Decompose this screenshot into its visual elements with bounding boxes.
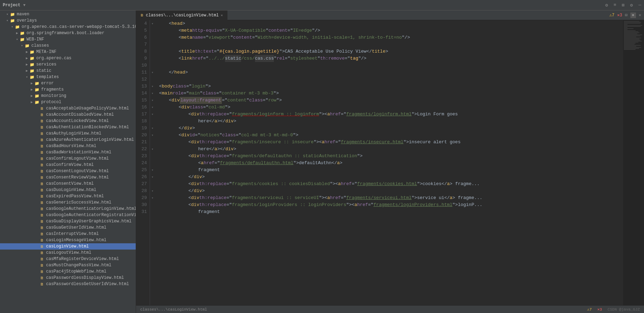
sidebar-item-maven[interactable]: ▾ 📁 maven <box>0 11 136 17</box>
sidebar-item-label: casConsentLogoutView.html <box>46 169 109 174</box>
status-bar: classes\...\casLoginView.html ⚠7 ✕3 CSDN… <box>136 305 644 313</box>
minimize-icon[interactable]: — <box>638 2 641 8</box>
sidebar-item-label: casGoogleAuthenticatorLoginView.html <box>46 206 136 211</box>
sidebar-item-casGoogleAuthenticatorRegistrationView[interactable]: 🗎 casGoogleAuthenticatorRegistrationView… <box>0 212 136 218</box>
sidebar-item-casGuaDisplayUserGraphicsView[interactable]: 🗎 casGuaDisplayUserGraphicsView.html <box>0 218 136 224</box>
sidebar-item-casConfirmView[interactable]: 🗎 casConfirmView.html <box>0 162 136 168</box>
sidebar-item-label: casLoginMessageView.html <box>46 238 106 243</box>
sidebar-item-casLoginMessageView[interactable]: 🗎 casLoginMessageView.html <box>0 237 136 243</box>
html-file-icon: 🗎 <box>39 131 45 136</box>
close-editor-icon[interactable]: ✕ <box>639 13 641 18</box>
arrow-icon: ▶ <box>29 94 34 98</box>
sidebar-item-label: casBadHoursView.html <box>46 144 96 148</box>
sidebar-item-label: casConsentView.html <box>46 181 94 186</box>
sidebar-item-casConsentReviewView[interactable]: 🗎 casConsentReviewView.html <box>0 174 136 181</box>
sidebar-item-label: error <box>41 81 54 86</box>
sidebar-item-label: casConsentReviewView.html <box>46 175 109 180</box>
watermark: CSDN @java_GJZ <box>608 307 640 312</box>
sidebar-item-fragments[interactable]: ▶ 📁 fragments <box>0 86 136 93</box>
minimap-toggle[interactable]: m <box>630 13 636 18</box>
tab-casLoginView[interactable]: 🗎 classes\...\casLoginView.html ✕ <box>136 10 227 20</box>
sidebar-item-casConsentLogoutView[interactable]: 🗎 casConsentLogoutView.html <box>0 168 136 174</box>
sidebar-item-org-apereo-webapp[interactable]: ▾ 📁 org.apereo.cas.cas-server-webapp-tom… <box>0 24 136 30</box>
code-line-11: </head> <box>159 69 623 76</box>
code-line-23: <div th:replace="fragments/defaultauthn … <box>159 153 623 160</box>
line-numbers: 4 5 6 7 8 9 10 11 12 13 14 15 16 17 18 1… <box>136 20 150 305</box>
sidebar-item-casPasswordlessGetUserIdView[interactable]: 🗎 casPasswordlessGetUserIdView.html <box>0 281 136 287</box>
sidebar-item-casBadHoursView[interactable]: 🗎 casBadHoursView.html <box>0 143 136 149</box>
settings-icon[interactable]: ⚙ <box>605 2 608 8</box>
sidebar-item-casPac4jStopWebflow[interactable]: 🗎 casPac4jStopWebflow.html <box>0 268 136 275</box>
html-file-icon: 🗎 <box>39 187 45 193</box>
sidebar-item-label: overlays <box>17 18 37 23</box>
sidebar-item-label: casGuaGetUserIdView.html <box>46 225 106 230</box>
sidebar-item-label: org.springframework.boot.loader <box>27 31 104 36</box>
sidebar-item-error[interactable]: ▶ 📁 error <box>0 80 136 86</box>
sidebar-item-classes[interactable]: ▾ 📁 classes <box>0 43 136 49</box>
sidebar-item-casAzureAuthenticatorLoginView[interactable]: 🗎 casAzureAuthenticatorLoginView.html <box>0 137 136 143</box>
folder-icon: 📁 <box>34 93 40 99</box>
project-dropdown-icon[interactable]: ▼ <box>23 3 25 7</box>
folder-icon: 📁 <box>24 43 30 48</box>
sidebar-item-casBadWorkstationView[interactable]: 🗎 casBadWorkstationView.html <box>0 149 136 155</box>
expand-button[interactable]: ⊟ <box>625 13 628 18</box>
sidebar-item-protocol[interactable]: ▶ 📁 protocol <box>0 99 136 105</box>
sidebar-item-label: templates <box>36 75 59 79</box>
sidebar-item-casPasswordlessDisplayView[interactable]: 🗎 casPasswordlessDisplayView.html <box>0 275 136 281</box>
sidebar-item-label: casLoginView.html <box>46 244 89 249</box>
sidebar-item-casLoginView[interactable]: 🗎 casLoginView.html <box>0 243 136 250</box>
sidebar-item-services[interactable]: ▶ 📁 services <box>0 61 136 68</box>
html-file-icon: 🗎 <box>39 275 45 281</box>
arrow-icon: ▾ <box>20 44 24 48</box>
sidebar-item-casInterruptView[interactable]: 🗎 casInterruptView.html <box>0 231 136 237</box>
sidebar-item-webinf[interactable]: ▾ 📁 WEB-INF <box>0 36 136 43</box>
editor-content[interactable]: 4 5 6 7 8 9 10 11 12 13 14 15 16 17 18 1… <box>136 20 644 305</box>
sidebar-item-casConfirmLogoutView[interactable]: 🗎 casConfirmLogoutView.html <box>0 155 136 162</box>
sidebar-item-label: casDuoLoginView.html <box>46 188 96 192</box>
sidebar-item-label: casAzureAuthenticatorLoginView.html <box>46 137 134 142</box>
code-line-13: <body class="login"> <box>159 83 623 90</box>
sidebar-item-org-apereo-cas[interactable]: ▶ 📁 org.apereo.cas <box>0 55 136 61</box>
code-line-24: <a href="fragments/defaultauthn.html">de… <box>159 160 623 167</box>
sidebar-item-casGoogleAuthenticatorLoginView[interactable]: 🗎 casGoogleAuthenticatorLoginView.html <box>0 206 136 212</box>
warning-status: ⚠7 <box>587 307 592 312</box>
sidebar-item-casMfaRegisterDeviceView[interactable]: 🗎 casMfaRegisterDeviceView.html <box>0 256 136 262</box>
sidebar-item-springframework[interactable]: ▶ 📁 org.springframework.boot.loader <box>0 30 136 36</box>
error-count: ✕3 <box>617 13 622 18</box>
code-line-27: <div th:replace="fragments/cookies :: co… <box>159 181 623 188</box>
sidebar-item-casAuthenticationBlockedView[interactable]: 🗎 casAuthenticationBlockedView.html <box>0 124 136 130</box>
sidebar-item-casLogoutView[interactable]: 🗎 casLogoutView.html <box>0 250 136 256</box>
sidebar-item-casConsentView[interactable]: 🗎 casConsentView.html <box>0 181 136 187</box>
sidebar-item-casDuoLoginView[interactable]: 🗎 casDuoLoginView.html <box>0 187 136 193</box>
sidebar-item-overlays[interactable]: ▾ 📁 overlays <box>0 17 136 24</box>
sidebar-item-casMustChangePassView[interactable]: 🗎 casMustChangePassView.html <box>0 262 136 268</box>
sidebar-item-label: casPasswordlessGetUserIdView.html <box>46 282 129 287</box>
expand-icon[interactable]: ⊞ <box>622 2 625 8</box>
sidebar-item-casAuthyLoginView[interactable]: 🗎 casAuthyLoginView.html <box>0 130 136 137</box>
project-label[interactable]: Project <box>3 3 20 8</box>
sidebar-item-label: classes <box>31 43 49 48</box>
code-line-15: <div layout:fragment="content" class="ro… <box>159 97 623 104</box>
sidebar-item-monitoring[interactable]: ▶ 📁 monitoring <box>0 93 136 99</box>
sidebar-item-casExpiredPassView[interactable]: 🗎 casExpiredPassView.html <box>0 193 136 199</box>
sidebar-item-casAcceptableUsagePolicyView[interactable]: 🗎 casAcceptableUsagePolicyView.html <box>0 105 136 112</box>
sidebar-item-label: WEB-INF <box>27 37 44 42</box>
sidebar-item-label: fragments <box>41 87 64 92</box>
html-file-icon: 🗎 <box>39 262 45 268</box>
sidebar-item-templates[interactable]: ▾ 📁 templates <box>0 74 136 80</box>
project-bar: Project ▼ ⚙ ≡ ⊞ ⚙ — <box>0 0 644 10</box>
sidebar-item-static[interactable]: ▶ 📁 static <box>0 68 136 74</box>
code-area[interactable]: <head> <meta http-equiv="X-UA-Compatible… <box>155 20 623 305</box>
sidebar-item-label: monitoring <box>41 93 66 98</box>
sidebar-item-label: services <box>36 62 57 67</box>
tab-close-icon[interactable]: ✕ <box>221 13 223 17</box>
sidebar-item-casGuaGetUserIdView[interactable]: 🗎 casGuaGetUserIdView.html <box>0 224 136 231</box>
sidebar-item-casAccountDisabledView[interactable]: 🗎 casAccountDisabledView.html <box>0 112 136 118</box>
structure-icon[interactable]: ≡ <box>614 2 616 8</box>
minimap <box>623 20 644 305</box>
sidebar-item-meta-inf[interactable]: ▶ 📁 META-INF <box>0 49 136 55</box>
sidebar-item-casAccountLockedView[interactable]: 🗎 casAccountLockedView.html <box>0 118 136 124</box>
collapse-icon[interactable]: ⚙ <box>630 2 633 8</box>
sidebar-item-casGenericSuccessView[interactable]: 🗎 casGenericSuccessView.html <box>0 199 136 206</box>
html-file-icon: 🗎 <box>39 193 45 199</box>
